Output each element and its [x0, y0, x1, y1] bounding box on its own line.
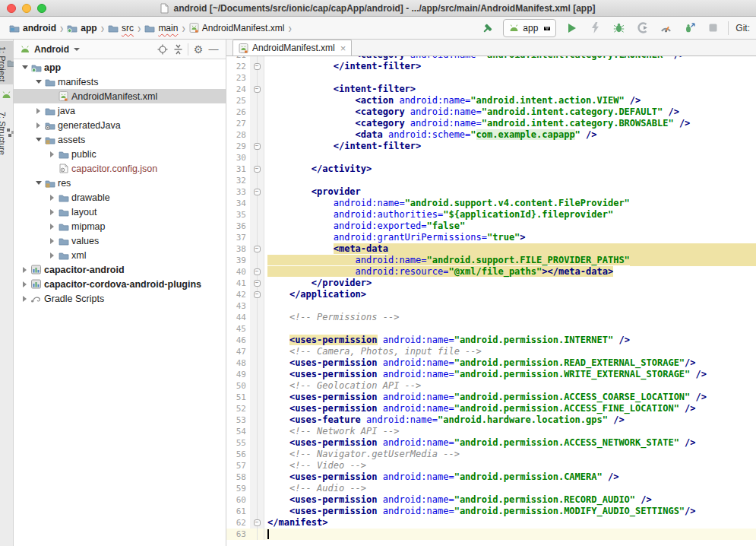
- tree-collapsed-arrow-icon[interactable]: [47, 151, 57, 157]
- tree-collapsed-arrow-icon[interactable]: [47, 252, 57, 259]
- code-line-41[interactable]: </provider>: [264, 278, 756, 289]
- code-line-24[interactable]: <intent-filter>: [264, 84, 756, 95]
- code-line-62[interactable]: </manifest>: [264, 517, 756, 529]
- hide-panel-icon[interactable]: —: [206, 42, 221, 57]
- tree-collapsed-arrow-icon[interactable]: [20, 267, 30, 273]
- android-strip-icon[interactable]: [2, 90, 11, 99]
- code-editor[interactable]: 2122−2324−2526272829−3031−3233−343536373…: [226, 56, 756, 546]
- profiler-icon[interactable]: [657, 20, 674, 37]
- project-view-selector[interactable]: Android: [34, 44, 69, 55]
- code-line-37[interactable]: android:grantUriPermissions="true">: [264, 232, 756, 243]
- code-line-44[interactable]: <!-- Permissions -->: [264, 312, 756, 323]
- tree-item-mipmap[interactable]: mipmap: [14, 219, 226, 233]
- code-line-42[interactable]: </application>: [264, 289, 756, 300]
- code-line-25[interactable]: <action android:name="android.intent.act…: [264, 95, 756, 106]
- tree-collapsed-arrow-icon[interactable]: [33, 122, 43, 129]
- tree-item-xml[interactable]: xml: [14, 248, 226, 262]
- tree-item-public[interactable]: public: [14, 147, 226, 161]
- run-button[interactable]: [563, 20, 580, 37]
- stop-button[interactable]: [704, 20, 721, 37]
- tree-item-app[interactable]: app: [14, 60, 226, 75]
- code-line-30[interactable]: [264, 152, 756, 163]
- tree-expanded-arrow-icon[interactable]: [33, 181, 43, 185]
- code-line-51[interactable]: <uses-permission android:name="android.p…: [264, 392, 756, 403]
- fold-marker-icon[interactable]: −: [254, 291, 261, 298]
- tree-item-assets[interactable]: assets: [14, 132, 226, 147]
- zoom-window-button[interactable]: [37, 4, 46, 13]
- code-line-53[interactable]: <uses-feature android:name="android.hard…: [264, 414, 756, 426]
- close-tab-icon[interactable]: ×: [340, 43, 346, 54]
- breadcrumb-item-main[interactable]: main: [143, 21, 179, 35]
- tree-item-drawable[interactable]: drawable: [14, 190, 226, 205]
- tree-item-gradle-scripts[interactable]: Gradle Scripts: [14, 291, 226, 306]
- git-branch-label[interactable]: Git:: [735, 23, 750, 33]
- run-configuration-select[interactable]: app: [503, 19, 556, 37]
- tree-collapsed-arrow-icon[interactable]: [47, 224, 57, 230]
- code-line-40[interactable]: android:resource="@xml/file_paths"></met…: [264, 266, 756, 278]
- tree-expanded-arrow-icon[interactable]: [20, 65, 30, 69]
- code-line-50[interactable]: <!-- Geolocation API -->: [264, 380, 756, 392]
- tree-collapsed-arrow-icon[interactable]: [47, 238, 57, 244]
- build-hammer-icon[interactable]: [479, 20, 496, 37]
- code-line-35[interactable]: android:authorities="${applicationId}.fi…: [264, 209, 756, 221]
- code-line-34[interactable]: android:name="android.support.v4.content…: [264, 198, 756, 209]
- locate-file-icon[interactable]: [155, 42, 170, 57]
- tree-item-java[interactable]: java: [14, 103, 226, 118]
- tree-item-androidmanifest-xml[interactable]: AndroidManifest.xml: [14, 89, 226, 103]
- tree-item-generatedjava[interactable]: generatedJava: [14, 118, 226, 132]
- tree-collapsed-arrow-icon[interactable]: [20, 296, 30, 302]
- code-line-45[interactable]: [264, 323, 756, 335]
- code-line-43[interactable]: [264, 300, 756, 312]
- tree-item-capacitor-android[interactable]: capacitor-android: [14, 262, 226, 277]
- code-line-22[interactable]: </intent-filter>: [264, 61, 756, 72]
- breadcrumb-item-androidmanifest-xml[interactable]: AndroidManifest.xml: [188, 21, 286, 35]
- tree-item-layout[interactable]: layout: [14, 205, 226, 219]
- breadcrumb-item-app[interactable]: app: [65, 21, 98, 35]
- code-line-54[interactable]: <!-- Network API -->: [264, 426, 756, 437]
- code-line-59[interactable]: <!-- Audio -->: [264, 483, 756, 494]
- apply-changes-icon[interactable]: [587, 20, 603, 37]
- tree-item-capacitor-config-json[interactable]: capacitor.config.json: [14, 161, 226, 176]
- tree-item-values[interactable]: values: [14, 233, 226, 248]
- tree-collapsed-arrow-icon[interactable]: [33, 108, 43, 114]
- attach-debugger-icon[interactable]: [681, 20, 697, 37]
- fold-marker-icon[interactable]: −: [254, 189, 261, 195]
- tree-collapsed-arrow-icon[interactable]: [47, 209, 57, 215]
- fold-marker-icon[interactable]: −: [254, 268, 261, 275]
- tree-item-manifests[interactable]: manifests: [14, 75, 226, 89]
- tree-collapsed-arrow-icon[interactable]: [47, 195, 57, 201]
- collapse-all-icon[interactable]: [170, 42, 185, 57]
- code-line-33[interactable]: <provider: [264, 186, 756, 198]
- code-line-52[interactable]: <uses-permission android:name="android.p…: [264, 403, 756, 414]
- code-line-63[interactable]: [264, 529, 756, 540]
- breadcrumb-item-src[interactable]: src: [106, 21, 135, 35]
- code-line-39[interactable]: android:name="android.support.FILE_PROVI…: [264, 255, 756, 266]
- fold-marker-icon[interactable]: −: [254, 166, 261, 173]
- code-line-47[interactable]: <!-- Camera, Photos, input file -->: [264, 346, 756, 357]
- breadcrumb-item-android[interactable]: android: [8, 21, 58, 35]
- code-line-32[interactable]: [264, 175, 756, 186]
- code-line-61[interactable]: <uses-permission android:name="android.p…: [264, 506, 756, 517]
- code-line-26[interactable]: <category android:name="android.intent.c…: [264, 106, 756, 118]
- close-window-button[interactable]: [7, 4, 16, 13]
- code-line-36[interactable]: android:exported="false": [264, 221, 756, 232]
- tree-item-capacitor-cordova-android-plugins[interactable]: capacitor-cordova-android-plugins: [14, 277, 226, 291]
- fold-marker-icon[interactable]: −: [254, 519, 261, 526]
- code-lines[interactable]: <category android:name="android.intent.c…: [264, 56, 756, 546]
- code-line-55[interactable]: <uses-permission android:name="android.p…: [264, 437, 756, 449]
- tree-expanded-arrow-icon[interactable]: [33, 138, 43, 141]
- code-line-56[interactable]: <!-- Navigator.getUserMedia -->: [264, 449, 756, 460]
- fold-marker-icon[interactable]: −: [254, 63, 261, 70]
- tree-expanded-arrow-icon[interactable]: [33, 80, 43, 84]
- code-line-48[interactable]: <uses-permission android:name="android.p…: [264, 357, 756, 369]
- tree-collapsed-arrow-icon[interactable]: [20, 281, 30, 287]
- fold-marker-icon[interactable]: −: [254, 246, 261, 252]
- minimize-window-button[interactable]: [22, 4, 31, 13]
- code-line-29[interactable]: </intent-filter>: [264, 141, 756, 152]
- fold-marker-icon[interactable]: −: [254, 143, 261, 150]
- code-line-57[interactable]: <!-- Video -->: [264, 460, 756, 471]
- code-line-23[interactable]: [264, 72, 756, 84]
- code-line-27[interactable]: <category android:name="android.intent.c…: [264, 118, 756, 129]
- code-line-60[interactable]: <uses-permission android:name="android.p…: [264, 494, 756, 506]
- debug-button[interactable]: [610, 20, 627, 37]
